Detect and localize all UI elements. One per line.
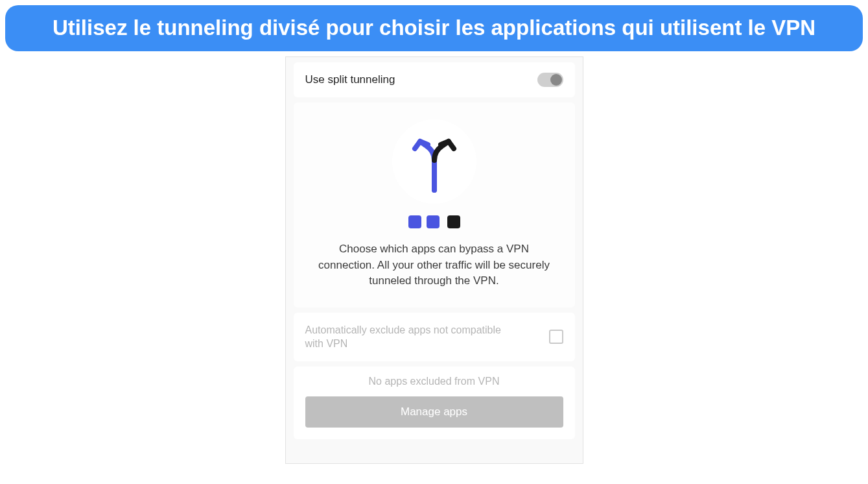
app-squares: [313, 215, 556, 228]
auto-exclude-checkbox[interactable]: [549, 330, 563, 344]
phone-screen: Use split tunneling: [285, 56, 583, 464]
svg-point-0: [432, 188, 437, 193]
auto-exclude-label: Automatically exclude apps not compatibl…: [305, 323, 513, 351]
manage-apps-card: No apps excluded from VPN Manage apps: [294, 367, 575, 439]
app-square-blue-1: [408, 215, 421, 228]
info-card: Choose which apps can bypass a VPN conne…: [294, 103, 575, 308]
auto-exclude-row: Automatically exclude apps not compatibl…: [294, 313, 575, 361]
manage-apps-button[interactable]: Manage apps: [305, 396, 563, 428]
split-tunnel-icon: [406, 128, 463, 195]
app-square-black: [447, 215, 460, 228]
instruction-banner: Utilisez le tunneling divisé pour choisi…: [5, 5, 863, 51]
split-tunneling-label: Use split tunneling: [305, 73, 395, 86]
info-text: Choose which apps can bypass a VPN conne…: [313, 241, 556, 289]
split-tunneling-toggle[interactable]: [537, 73, 563, 87]
app-square-blue-2: [427, 215, 440, 228]
banner-title: Utilisez le tunneling divisé pour choisi…: [31, 14, 837, 42]
split-tunnel-icon-container: [392, 119, 476, 204]
no-apps-text: No apps excluded from VPN: [305, 376, 563, 387]
toggle-knob: [550, 74, 562, 86]
split-tunneling-row: Use split tunneling: [294, 62, 575, 97]
